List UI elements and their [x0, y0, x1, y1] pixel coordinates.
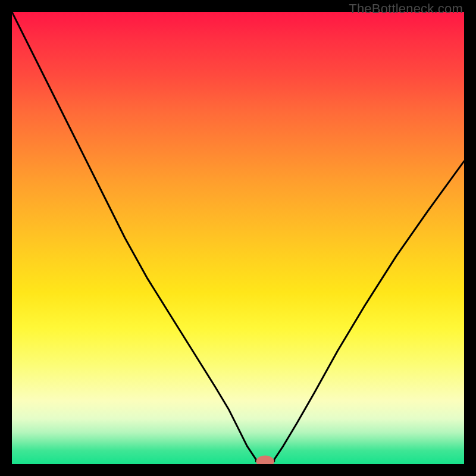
chart-svg: [12, 12, 464, 464]
chart-frame: TheBottleneck.com: [0, 0, 476, 476]
optimal-marker: [256, 456, 274, 464]
bottleneck-curve: [12, 12, 464, 461]
watermark-text: TheBottleneck.com: [349, 1, 463, 17]
plot-area: [12, 12, 464, 464]
